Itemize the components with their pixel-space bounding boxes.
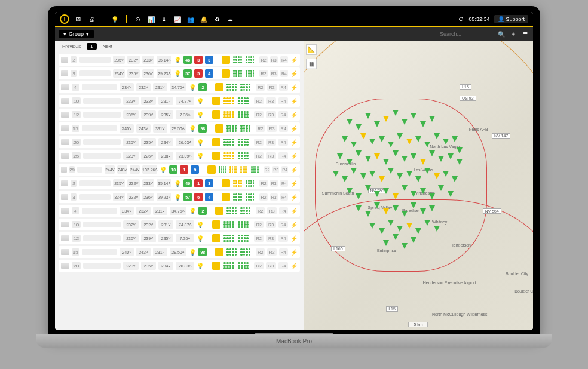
map-marker[interactable]: [434, 133, 440, 139]
map-marker[interactable]: [342, 136, 348, 142]
map-marker[interactable]: [383, 159, 389, 165]
map-marker[interactable]: [383, 208, 389, 214]
map-marker[interactable]: [393, 234, 399, 240]
relay-R4[interactable]: R4: [280, 70, 288, 77]
relay-R2[interactable]: R2: [254, 139, 264, 146]
flash-icon[interactable]: ⚡: [290, 235, 298, 242]
relay-R4[interactable]: R4: [280, 180, 288, 187]
relay-R2[interactable]: R2: [259, 180, 267, 187]
relay-R4[interactable]: R4: [278, 97, 288, 104]
user-menu[interactable]: 👤 Support: [494, 15, 528, 23]
row-checkbox[interactable]: [61, 84, 69, 90]
relay-R2[interactable]: R2: [259, 70, 267, 77]
map-marker[interactable]: [424, 220, 430, 226]
map-marker[interactable]: [369, 223, 375, 229]
search-input[interactable]: [440, 31, 494, 37]
search-icon[interactable]: 🔍: [497, 30, 506, 38]
map-marker[interactable]: [457, 147, 463, 153]
flash-icon[interactable]: ⚡: [290, 249, 298, 256]
map-marker[interactable]: [369, 171, 375, 177]
relay-R4[interactable]: R4: [279, 84, 288, 91]
map-marker[interactable]: [424, 168, 430, 174]
map-marker[interactable]: [415, 228, 421, 234]
map-marker[interactable]: [365, 185, 371, 191]
map-marker[interactable]: [356, 193, 362, 199]
relay-R3[interactable]: R3: [266, 152, 275, 159]
map-marker[interactable]: [356, 124, 362, 130]
map-marker[interactable]: [369, 139, 375, 144]
map-marker[interactable]: [429, 193, 435, 199]
site-row[interactable]: 10232V232V231V74.87A💡 R2R3R4⚡: [59, 219, 300, 230]
relay-R3[interactable]: R3: [266, 221, 275, 228]
map-marker[interactable]: [402, 243, 408, 249]
site-row[interactable]: 12236V239V235V7.36A💡 R2R3R4⚡: [59, 232, 300, 244]
map-marker[interactable]: [379, 228, 385, 234]
map-marker[interactable]: [383, 116, 389, 122]
flash-icon[interactable]: ⚡: [290, 57, 298, 63]
relay-R2[interactable]: R2: [254, 262, 264, 269]
flash-icon[interactable]: ⚡: [290, 194, 298, 201]
map-marker[interactable]: [438, 185, 444, 191]
site-row[interactable]: 25223V226V238V23.09A💡 R2R3R4⚡: [59, 150, 300, 162]
relay-R3[interactable]: R3: [267, 248, 276, 256]
relay-R4[interactable]: R4: [280, 56, 288, 63]
pager-next[interactable]: Next: [99, 43, 116, 50]
row-checkbox[interactable]: [61, 208, 69, 214]
map-marker[interactable]: [365, 211, 371, 217]
relay-R3[interactable]: R3: [272, 166, 279, 173]
relay-R2[interactable]: R2: [254, 97, 264, 104]
flash-icon[interactable]: ⚡: [290, 139, 298, 146]
relay-R4[interactable]: R4: [279, 248, 288, 256]
map-marker[interactable]: [420, 188, 426, 194]
site-row[interactable]: 4234V232V231V34.76A💡2 R2R3R4⚡: [59, 81, 300, 93]
site-row[interactable]: 10232V232V231V74.87A💡 R2R3R4⚡: [59, 95, 300, 107]
map-marker[interactable]: [415, 136, 421, 142]
chart-icon[interactable]: 📈: [173, 15, 182, 23]
relay-R4[interactable]: R4: [281, 166, 288, 173]
map-marker[interactable]: [337, 153, 343, 159]
map-marker[interactable]: [393, 193, 399, 199]
map-marker[interactable]: [424, 142, 430, 147]
map-canvas[interactable]: I 15US 93NV 147NV 595NV 564I 160I 15 Nel…: [304, 41, 533, 330]
map-marker[interactable]: [393, 110, 399, 116]
map-marker[interactable]: [411, 191, 416, 197]
site-row[interactable]: 20235V235V234V26.03A💡 R2R3R4⚡: [59, 136, 300, 148]
relay-R2[interactable]: R2: [256, 207, 265, 214]
row-checkbox[interactable]: [61, 57, 68, 63]
cloud-icon[interactable]: ☁: [226, 15, 234, 23]
map-marker[interactable]: [402, 185, 408, 191]
map-marker[interactable]: [393, 150, 399, 156]
relay-R3[interactable]: R3: [266, 235, 275, 242]
relay-R3[interactable]: R3: [270, 70, 278, 77]
bell-icon[interactable]: 🔔: [200, 15, 208, 23]
row-checkbox[interactable]: [61, 139, 69, 145]
relay-R3[interactable]: R3: [267, 207, 276, 214]
relay-R3[interactable]: R3: [266, 111, 275, 118]
map-marker[interactable]: [374, 121, 380, 127]
ruler-icon[interactable]: 📐: [307, 45, 316, 54]
flash-icon[interactable]: ⚡: [290, 222, 298, 228]
map-marker[interactable]: [402, 119, 408, 125]
pager-page-1[interactable]: 1: [87, 43, 96, 50]
print-icon[interactable]: 🖨: [87, 15, 96, 23]
map-marker[interactable]: [443, 171, 449, 177]
site-row[interactable]: 29244V248V244V102.26A💡1019 R2R3R4⚡: [59, 164, 300, 176]
map-marker[interactable]: [342, 176, 348, 182]
site-row[interactable]: 3234V235V236V29.23A💡5754 R2R3R4⚡: [59, 67, 300, 79]
map-marker[interactable]: [420, 121, 426, 127]
map-measure-tool[interactable]: 📐: [306, 44, 317, 55]
row-checkbox[interactable]: [61, 180, 68, 186]
map-marker[interactable]: [452, 176, 458, 182]
row-checkbox[interactable]: [61, 70, 68, 76]
row-checkbox[interactable]: [61, 125, 69, 131]
map-marker[interactable]: [360, 173, 366, 179]
map-marker[interactable]: [360, 133, 366, 139]
layers-icon[interactable]: ▦: [307, 59, 316, 69]
map-marker[interactable]: [406, 171, 412, 177]
users-icon[interactable]: 👥: [186, 15, 195, 23]
map-marker[interactable]: [438, 156, 444, 162]
map-marker[interactable]: [420, 159, 426, 165]
row-checkbox[interactable]: [61, 235, 69, 241]
map-marker[interactable]: [434, 226, 440, 232]
map-marker[interactable]: [379, 176, 385, 182]
